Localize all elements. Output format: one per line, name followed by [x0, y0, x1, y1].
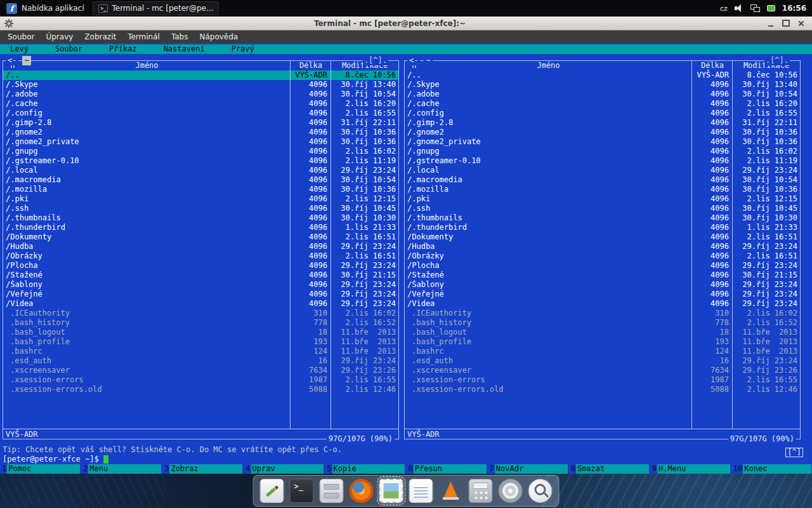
file-row[interactable]: .xscreensaver 7634 29.říj 23:26 [405, 366, 800, 375]
file-row[interactable]: /Stažené 4096 30.říj 21:15 [3, 271, 398, 280]
volume-icon[interactable] [735, 4, 743, 12]
terminal-icon[interactable]: >_ [290, 479, 314, 503]
function-key-button[interactable]: 6 Přesun [407, 464, 486, 474]
file-row[interactable]: /Hudba 4096 29.říj 23:24 [405, 242, 800, 251]
mc-menu-item[interactable]: Nastavení [164, 44, 205, 54]
disc-burner-icon[interactable] [499, 479, 523, 503]
file-row[interactable]: /Šablony 4096 29.říj 23:24 [3, 280, 398, 290]
menu-item[interactable]: Nápověda [195, 32, 242, 41]
file-row[interactable]: /.adobe 4096 30.říj 10:54 [405, 90, 800, 99]
file-row[interactable]: /.gnome2_private 4096 30.říj 10:36 [3, 137, 398, 147]
file-row[interactable]: /.macromedia 4096 30.říj 10:54 [405, 175, 800, 185]
web-browser-icon[interactable] [350, 479, 374, 503]
panel-history-icon[interactable]: .[^]. [363, 56, 388, 65]
taskbar-window-button[interactable]: >_ Terminal - mc [peter@pe... [93, 1, 219, 15]
file-row[interactable]: /.thumbnails 4096 30.říj 10:30 [3, 213, 398, 223]
panel-path[interactable]: ~ [424, 56, 432, 65]
menu-item[interactable]: Zobrazit [80, 32, 121, 41]
file-row[interactable]: .xsession-errors.old 5088 2.lis 12:46 [3, 385, 398, 394]
text-editor-icon[interactable] [260, 479, 284, 503]
file-row[interactable]: .bashrc 124 11.bře 2013 [3, 347, 398, 356]
file-row[interactable]: /.mozilla 4096 30.říj 10:36 [3, 185, 398, 194]
window-menu-gear-icon[interactable] [4, 19, 13, 28]
file-row[interactable]: /.local 4096 29.říj 23:24 [405, 166, 800, 175]
minimize-button[interactable] [766, 19, 775, 28]
file-row[interactable]: /Obrázky 4096 2.lis 16:51 [3, 251, 398, 261]
function-key-button[interactable]: 9 H.Menu [651, 464, 730, 474]
menu-item[interactable]: Tabs [167, 32, 193, 41]
function-key-button[interactable]: 2 Menu [82, 464, 161, 474]
file-row[interactable]: /.thumbnails 4096 30.říj 10:30 [405, 213, 800, 223]
mc-menu-item[interactable]: Pravý [232, 44, 254, 54]
menu-item[interactable]: Úpravy [41, 32, 77, 41]
calculator-icon[interactable] [469, 479, 493, 503]
file-row[interactable]: /Stažené 4096 30.říj 21:15 [405, 271, 800, 280]
file-row[interactable]: /.ssh 4096 30.říj 10:45 [405, 204, 800, 213]
file-row[interactable]: /.gimp-2.8 4096 31.říj 22:11 [405, 118, 800, 128]
function-key-button[interactable]: 5 Kopie [325, 464, 405, 474]
file-row[interactable]: /.ssh 4096 30.říj 10:45 [3, 204, 398, 213]
file-row[interactable]: /Videa 4096 29.říj 23:24 [405, 299, 800, 309]
mc-menu-item[interactable]: Levý [10, 44, 29, 54]
battery-icon[interactable] [767, 5, 775, 11]
file-row[interactable]: /Videa 4096 29.říj 23:24 [3, 299, 398, 309]
menu-item[interactable]: Soubor [3, 32, 39, 41]
mc-menu-item[interactable]: Soubor [55, 44, 82, 54]
function-key-button[interactable]: 4 Uprav [244, 464, 324, 474]
file-row[interactable]: /Šablony 4096 29.říj 23:24 [405, 280, 800, 290]
file-row[interactable]: /.gstreamer-0.10 4096 2.lis 11:19 [3, 156, 398, 166]
file-row[interactable]: /.. VYŠ-ADR 8.čec 10:56 [405, 70, 800, 80]
file-row[interactable]: /.gstreamer-0.10 4096 2.lis 11:19 [405, 156, 800, 166]
file-row[interactable]: /.Skype 4096 30.říj 13:40 [405, 80, 800, 90]
file-row[interactable]: .bash_profile 193 11.bře 2013 [405, 337, 800, 347]
function-key-button[interactable]: 10 Konec [732, 464, 811, 474]
file-row[interactable]: /.. VYŠ-ADR 8.čec 10:56 [3, 70, 398, 80]
file-row[interactable]: /.gnome2_private 4096 30.říj 10:36 [405, 137, 800, 147]
file-row[interactable]: /.thunderbird 4096 1.lis 21:33 [405, 223, 800, 232]
file-row[interactable]: .bashrc 124 11.bře 2013 [405, 347, 800, 356]
file-row[interactable]: /.thunderbird 4096 1.lis 21:33 [3, 223, 398, 232]
column-header-size[interactable]: Délka [692, 61, 733, 70]
file-row[interactable]: .xsession-errors.old 5088 2.lis 12:46 [405, 385, 800, 394]
file-row[interactable]: .esd_auth 16 29.říj 23:24 [3, 356, 398, 366]
file-row[interactable]: /.cache 4096 2.lis 16:20 [3, 99, 398, 109]
file-manager-icon[interactable] [320, 479, 344, 503]
file-row[interactable]: /Hudba 4096 29.říj 23:24 [3, 242, 398, 251]
file-row[interactable]: .bash_logout 18 11.bře 2013 [405, 328, 800, 337]
applications-menu-button[interactable]: f Nabídka aplikací [0, 0, 90, 17]
file-row[interactable]: /.gnupg 4096 2.lis 16:02 [405, 147, 800, 156]
word-processor-icon[interactable] [409, 479, 433, 503]
file-row[interactable]: /Obrázky 4096 2.lis 16:51 [405, 251, 800, 261]
column-header-size[interactable]: Délka [291, 61, 331, 70]
panel-back-arrow[interactable]: <- [6, 56, 18, 65]
keyboard-layout-indicator[interactable]: cz [720, 4, 728, 13]
function-key-button[interactable]: 3 Zobraz [163, 464, 242, 474]
file-row[interactable]: /.gimp-2.8 4096 31.říj 22:11 [3, 118, 398, 128]
file-row[interactable]: .xsession-errors 1987 2.lis 16:55 [3, 375, 398, 385]
column-header-name[interactable]: 'n Jméno [405, 61, 692, 70]
panel-back-arrow[interactable]: <- [407, 56, 420, 65]
file-row[interactable]: .esd_auth 16 29.říj 23:24 [405, 356, 800, 366]
file-row[interactable]: /.macromedia 4096 30.říj 10:54 [3, 175, 398, 185]
clock[interactable]: 16:56 [782, 4, 806, 13]
function-key-button[interactable]: 1 Pomoc [1, 464, 80, 474]
file-row[interactable]: .bash_history 778 2.lis 16:52 [405, 318, 800, 328]
titlebar[interactable]: Terminal - mc [peter@peter-xfce]:~ [0, 17, 812, 30]
mc-menu-item[interactable]: Příkaz [109, 44, 136, 54]
function-key-button[interactable]: 8 Smazat [570, 464, 649, 474]
function-key-button[interactable]: 7 NovAdr [488, 464, 568, 474]
file-row[interactable]: /.mozilla 4096 30.říj 10:36 [405, 185, 800, 194]
network-icon[interactable] [750, 4, 760, 12]
file-row[interactable]: /.adobe 4096 30.říj 10:54 [3, 90, 398, 99]
file-row[interactable]: /Plocha 4096 29.říj 23:24 [405, 261, 800, 271]
file-row[interactable]: /.pki 4096 2.lis 12:15 [405, 194, 800, 204]
maximize-button[interactable] [782, 19, 790, 28]
file-row[interactable]: /.config 4096 2.lis 16:55 [3, 109, 398, 118]
file-row[interactable]: /Dokumenty 4096 2.lis 16:51 [405, 232, 800, 242]
column-header-name[interactable]: 'n Jméno [3, 61, 291, 70]
file-row[interactable]: .bash_logout 18 11.bře 2013 [3, 328, 398, 337]
file-row[interactable]: /.Skype 4096 30.říj 13:40 [3, 80, 398, 90]
file-row[interactable]: .xsession-errors 1987 2.lis 16:55 [405, 375, 800, 385]
file-row[interactable]: /.gnome2 4096 30.říj 10:36 [405, 128, 800, 137]
file-row[interactable]: /.config 4096 2.lis 16:55 [405, 109, 800, 118]
